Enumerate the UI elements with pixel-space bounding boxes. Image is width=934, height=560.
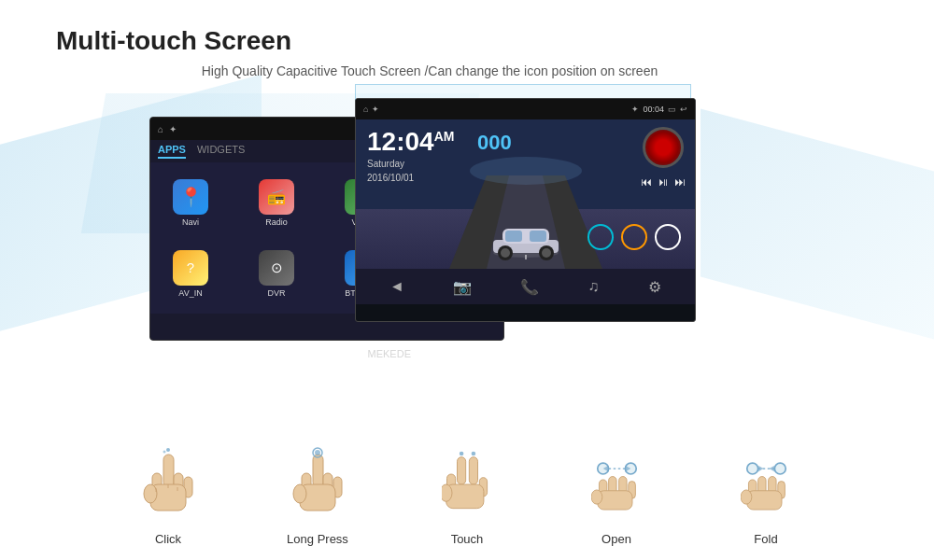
svg-point-39 [442, 484, 452, 501]
dash-time: 00:04 [643, 105, 664, 114]
camera-icon[interactable]: 📷 [453, 278, 472, 296]
svg-point-12 [501, 248, 510, 258]
click-hand-icon [135, 442, 201, 526]
tab-apps[interactable]: APPS [158, 144, 186, 159]
settings-icon[interactable]: ⚙ [648, 278, 661, 296]
nav-arrow-icon[interactable]: ◄ [389, 278, 404, 295]
open-hand-svg [591, 447, 643, 522]
open-hand-icon [584, 442, 649, 526]
date-full: 2016/10/01 [367, 173, 454, 183]
dash-back: ↩ [680, 105, 687, 114]
svg-point-63 [741, 490, 752, 504]
fold-hand-icon [733, 442, 799, 526]
date-saturday: Saturday [367, 159, 454, 169]
svg-rect-35 [469, 457, 477, 484]
dashboard-screen-wrapper: ⌂ ✦ ✦ 00:04 ▭ ↩ [355, 98, 696, 322]
next-icon[interactable]: ⏭ [674, 175, 686, 189]
app-dvr[interactable]: ⊙ DVR [244, 241, 309, 306]
svg-point-52 [591, 490, 602, 504]
dash-home-icon: ⌂ [363, 105, 368, 114]
dashboard-bottombar: ◄ 📷 📞 ♫ ⚙ [356, 269, 695, 304]
svg-rect-10 [530, 231, 546, 242]
touch-label: Touch [451, 532, 484, 546]
dashboard-screen: ⌂ ✦ ✦ 00:04 ▭ ↩ [355, 98, 696, 322]
phone-icon[interactable]: 📞 [520, 278, 539, 296]
svg-rect-15 [163, 455, 174, 487]
svg-rect-9 [505, 231, 522, 242]
app-avin[interactable]: ? AV_IN [158, 241, 223, 306]
music-icon[interactable]: ♫ [588, 278, 600, 295]
gesture-fold: Fold [733, 442, 799, 546]
open-label: Open [601, 532, 631, 546]
screens-container: ⌂ ✦ ✦ 00:04 ▭ ↩ APPS WIDGETS 📍 Navi 📻 [149, 98, 785, 397]
media-controls: ⏮ ⏯ ⏭ [641, 175, 686, 189]
svg-marker-57 [769, 466, 774, 472]
app-radio[interactable]: 📻 Radio [244, 170, 309, 235]
svg-rect-51 [597, 491, 631, 510]
svg-point-41 [471, 452, 475, 456]
gesture-click: Click [135, 442, 201, 546]
play-icon[interactable]: ⏯ [658, 175, 669, 189]
page-container: Multi-touch Screen High Quality Capaciti… [0, 0, 934, 560]
gesture-open: Open [584, 442, 649, 546]
touch-hand-svg [442, 447, 493, 522]
dash-bt-icon: ✦ [631, 105, 639, 114]
click-label: Click [155, 532, 181, 546]
svg-point-14 [542, 248, 551, 258]
svg-rect-26 [313, 455, 323, 487]
svg-rect-62 [746, 491, 781, 510]
fold-label: Fold [754, 532, 777, 546]
main-title: Multi-touch Screen [56, 26, 757, 56]
click-hand-svg [143, 447, 194, 522]
dashboard-main: 12:04AM Saturday 2016/10/01 000 ⏮ ⏯ ⏭ [356, 119, 695, 269]
circle-white [655, 224, 681, 250]
prev-icon[interactable]: ⏮ [641, 175, 652, 189]
gesture-touch: Touch [434, 442, 500, 546]
svg-point-54 [774, 463, 785, 474]
long-press-label: Long Press [287, 532, 348, 546]
music-disc [643, 127, 684, 168]
gesture-long-press: Long Press [285, 442, 350, 546]
svg-point-5 [470, 157, 582, 185]
time-block: 12:04AM Saturday 2016/10/01 [367, 129, 454, 183]
car-silhouette [488, 214, 563, 264]
svg-point-40 [459, 452, 463, 456]
svg-point-31 [293, 484, 306, 503]
title-section: Multi-touch Screen High Quality Capaciti… [56, 26, 757, 78]
dashboard-topbar: ⌂ ✦ ✦ 00:04 ▭ ↩ [356, 99, 695, 119]
time-display: 12:04AM [367, 129, 454, 155]
svg-point-33 [315, 450, 320, 455]
svg-point-53 [746, 463, 757, 474]
wifi-icon: ✦ [169, 124, 177, 134]
dash-wifi-icon: ✦ [372, 105, 379, 114]
indicator-circles [587, 224, 681, 250]
long-press-hand-icon [285, 442, 350, 526]
tab-widgets[interactable]: WIDGETS [197, 144, 245, 159]
circle-orange [621, 224, 647, 250]
home-icon: ⌂ [158, 124, 163, 134]
freq-display: 000 [477, 131, 512, 155]
fold-hand-svg [741, 447, 792, 522]
svg-point-20 [144, 484, 157, 503]
touch-hand-icon [434, 442, 500, 526]
subtitle-text: High Quality Capacitive Touch Screen /Ca… [103, 63, 757, 78]
gestures-section: Click L [93, 442, 841, 546]
circle-cyan [587, 224, 614, 250]
svg-point-24 [166, 448, 170, 452]
app-navi[interactable]: 📍 Navi [158, 170, 223, 235]
long-press-hand-svg [292, 447, 344, 522]
svg-rect-34 [457, 457, 465, 484]
dash-battery: ▭ [668, 105, 676, 114]
svg-point-25 [163, 451, 165, 454]
svg-marker-56 [757, 466, 763, 472]
watermark-text: MEKEDE [368, 348, 411, 359]
